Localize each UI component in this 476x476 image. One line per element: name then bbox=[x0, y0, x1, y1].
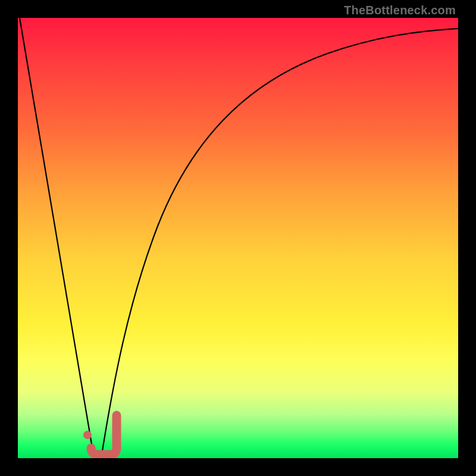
curve-left bbox=[20, 18, 94, 458]
chart-frame: TheBottleneck.com bbox=[0, 0, 476, 476]
curve-right bbox=[101, 29, 458, 458]
watermark-text: TheBottleneck.com bbox=[344, 4, 456, 17]
svg-point-0 bbox=[83, 431, 92, 439]
chart-svg bbox=[18, 18, 458, 458]
